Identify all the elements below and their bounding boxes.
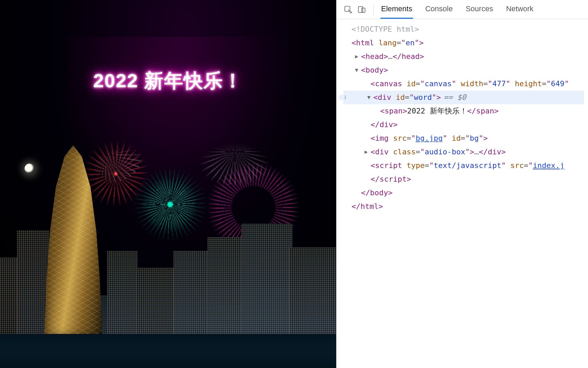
- dom-word-span[interactable]: ▶<span>2022 新年快乐！ </span>: [343, 104, 584, 118]
- dom-html-close[interactable]: ▶</html>: [343, 200, 584, 213]
- expand-toggle-icon[interactable]: ▶: [353, 50, 360, 63]
- dom-img[interactable]: ▶<img src="bg.jpg" id="bg">: [343, 132, 584, 145]
- dom-canvas[interactable]: ▶<canvas id="canvas" width="477" height=…: [343, 77, 584, 91]
- building: [208, 237, 245, 336]
- building: [107, 251, 138, 336]
- dom-head[interactable]: ▶<head>…</head>: [343, 50, 584, 63]
- collapse-toggle-icon[interactable]: ▼: [353, 63, 360, 77]
- dom-script[interactable]: ▶<script type="text/javascript" src="ind…: [343, 159, 584, 172]
- firework-white-top: [191, 118, 279, 186]
- building: [289, 247, 336, 336]
- tab-elements[interactable]: Elements: [380, 0, 413, 19]
- selected-node-marker: == $0: [444, 91, 466, 104]
- greeting-text: 2022 新年快乐！: [0, 68, 336, 94]
- device-toolbar-icon[interactable]: [355, 3, 369, 16]
- app-root: 2022 新年快乐！ Elements: [0, 0, 588, 368]
- devtools-panel: Elements Console Sources Network ▶<!DOCT…: [336, 0, 588, 368]
- inspect-element-icon[interactable]: [341, 3, 355, 16]
- building: [17, 230, 49, 336]
- page-viewport[interactable]: 2022 新年快乐！: [0, 0, 336, 368]
- building: [174, 251, 211, 336]
- tab-sources[interactable]: Sources: [465, 0, 494, 19]
- tab-network[interactable]: Network: [505, 0, 534, 19]
- devtools-tabs: Elements Console Sources Network: [380, 0, 534, 19]
- elements-tree[interactable]: ▶<!DOCTYPE html> ▶<html lang="en"> ▶<hea…: [337, 19, 588, 368]
- tab-console[interactable]: Console: [425, 0, 454, 19]
- waterline: [0, 334, 336, 368]
- expand-toggle-icon[interactable]: ▶: [362, 145, 370, 159]
- dom-body-open[interactable]: ▼<body>: [343, 63, 584, 77]
- dom-html-open[interactable]: ▶<html lang="en">: [343, 36, 584, 50]
- tower-building: [44, 145, 102, 336]
- dom-script-close[interactable]: ▶</script>: [343, 172, 584, 186]
- svg-rect-1: [358, 6, 363, 12]
- building: [242, 224, 293, 336]
- dom-word-div-close[interactable]: ▶</div>: [343, 118, 584, 132]
- collapse-toggle-icon[interactable]: ▼: [365, 91, 373, 104]
- moon-light: [24, 164, 35, 174]
- devtools-toolbar: Elements Console Sources Network: [337, 0, 588, 19]
- city-skyline: [0, 176, 336, 336]
- building: [136, 268, 177, 336]
- dom-body-close[interactable]: ▶</body>: [343, 186, 584, 200]
- dom-audio-box[interactable]: ▶<div class="audio-box">…</div>: [343, 145, 584, 159]
- toolbar-separator: [373, 4, 374, 15]
- dom-doctype[interactable]: ▶<!DOCTYPE html>: [343, 22, 584, 36]
- dom-word-div[interactable]: ▼<div id="word"> == $0: [343, 91, 584, 104]
- svg-rect-2: [362, 8, 365, 12]
